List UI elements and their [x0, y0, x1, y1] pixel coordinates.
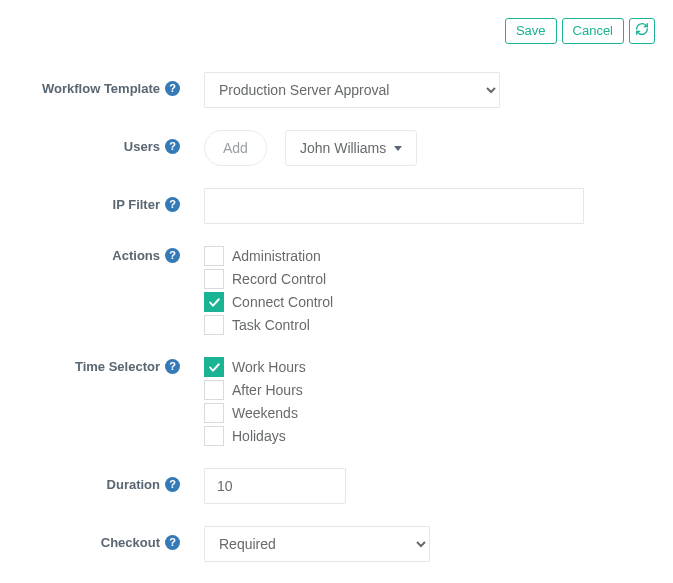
time-item: Weekends: [204, 403, 306, 423]
time-item: Work Hours: [204, 357, 306, 377]
save-button[interactable]: Save: [505, 18, 557, 44]
cancel-button[interactable]: Cancel: [562, 18, 624, 44]
row-time-selector: Time Selector ? Work Hours After Hours W…: [18, 357, 655, 446]
action-item: Task Control: [204, 315, 333, 335]
checkbox[interactable]: [204, 292, 224, 312]
checkbox-label: Work Hours: [232, 359, 306, 375]
help-icon[interactable]: ?: [165, 477, 180, 492]
checkout-select[interactable]: Required: [204, 526, 430, 562]
label-checkout: Checkout ?: [18, 526, 190, 550]
checkbox-label: Record Control: [232, 271, 326, 287]
time-item: Holidays: [204, 426, 306, 446]
help-icon[interactable]: ?: [165, 248, 180, 263]
label-text: Workflow Template: [42, 81, 160, 96]
checkbox-label: Weekends: [232, 405, 298, 421]
help-icon[interactable]: ?: [165, 139, 180, 154]
checkbox[interactable]: [204, 380, 224, 400]
help-icon[interactable]: ?: [165, 81, 180, 96]
checkbox[interactable]: [204, 403, 224, 423]
ip-filter-input[interactable]: [204, 188, 584, 224]
add-user-button[interactable]: Add: [204, 130, 267, 166]
row-duration: Duration ?: [18, 468, 655, 504]
action-item: Connect Control: [204, 292, 333, 312]
help-icon[interactable]: ?: [165, 197, 180, 212]
refresh-button[interactable]: [629, 18, 655, 44]
label-text: Actions: [112, 248, 160, 263]
checkbox[interactable]: [204, 246, 224, 266]
checkbox-label: After Hours: [232, 382, 303, 398]
label-workflow-template: Workflow Template ?: [18, 72, 190, 96]
label-ip-filter: IP Filter ?: [18, 188, 190, 212]
time-selector-checklist: Work Hours After Hours Weekends Holidays: [204, 357, 306, 446]
checkbox-label: Connect Control: [232, 294, 333, 310]
checkbox[interactable]: [204, 315, 224, 335]
user-dropdown-label: John Williams: [300, 140, 386, 156]
checkbox[interactable]: [204, 269, 224, 289]
checkbox-label: Administration: [232, 248, 321, 264]
row-checkout: Checkout ? Required: [18, 526, 655, 562]
refresh-icon: [635, 22, 649, 40]
checkbox-label: Holidays: [232, 428, 286, 444]
action-item: Record Control: [204, 269, 333, 289]
time-item: After Hours: [204, 380, 306, 400]
row-users: Users ? Add John Williams: [18, 130, 655, 166]
help-icon[interactable]: ?: [165, 359, 180, 374]
help-icon[interactable]: ?: [165, 535, 180, 550]
label-text: Duration: [107, 477, 160, 492]
row-actions: Actions ? Administration Record Control …: [18, 246, 655, 335]
label-text: Checkout: [101, 535, 160, 550]
checkbox[interactable]: [204, 426, 224, 446]
row-workflow-template: Workflow Template ? Production Server Ap…: [18, 72, 655, 108]
action-item: Administration: [204, 246, 333, 266]
actions-checklist: Administration Record Control Connect Co…: [204, 246, 333, 335]
label-text: IP Filter: [113, 197, 160, 212]
top-action-bar: Save Cancel: [18, 18, 655, 44]
label-text: Users: [124, 139, 160, 154]
user-dropdown[interactable]: John Williams: [285, 130, 417, 166]
label-text: Time Selector: [75, 359, 160, 374]
duration-input[interactable]: [204, 468, 346, 504]
row-ip-filter: IP Filter ?: [18, 188, 655, 224]
workflow-template-select[interactable]: Production Server Approval: [204, 72, 500, 108]
checkbox-label: Task Control: [232, 317, 310, 333]
caret-down-icon: [394, 146, 402, 151]
label-time-selector: Time Selector ?: [18, 357, 190, 374]
label-users: Users ?: [18, 130, 190, 154]
label-actions: Actions ?: [18, 246, 190, 263]
checkbox[interactable]: [204, 357, 224, 377]
label-duration: Duration ?: [18, 468, 190, 492]
